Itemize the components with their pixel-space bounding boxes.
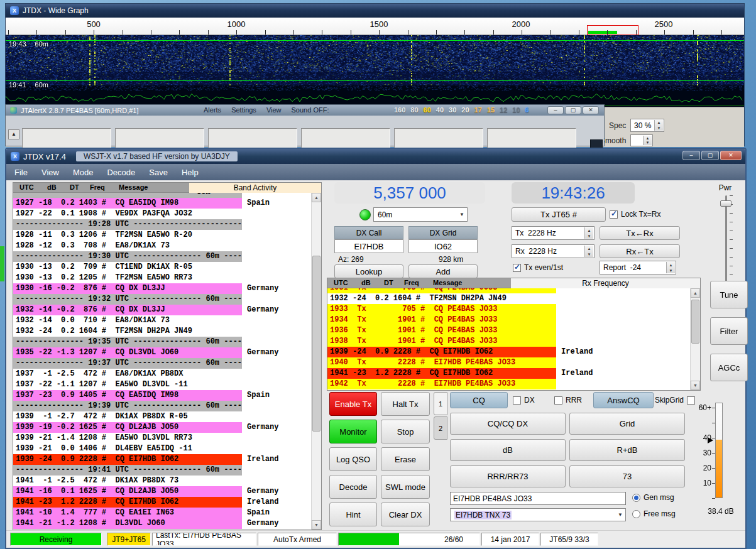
band-indicator-80[interactable]: 80 [410,106,418,114]
checkbox-icon[interactable] [513,396,521,405]
checkbox-icon[interactable] [610,210,618,219]
decode-row[interactable]: 1927 -22 0.1 1908 # VE9DX PA3FQA JO32 [13,209,311,219]
decode-row[interactable]: 1932 -14 0.0 710 # EA8/DK1AX 73 [13,315,311,326]
clear-dx-button[interactable]: Clear DX [381,503,430,526]
decode-row[interactable]: 1932 -24 0.2 1604 # TF2MSN DH2PA JN49 [327,293,690,304]
menu-item-save[interactable]: Save [142,165,175,180]
spinner-arrows-icon[interactable]: ▲▼ [584,246,593,257]
close-button[interactable]: ✕ [720,151,742,160]
band-indicator-15[interactable]: 15 [487,106,495,114]
spinner-arrows-icon[interactable]: ▲▼ [584,227,593,239]
lookup-button[interactable]: Lookup [334,264,403,278]
decode-row[interactable]: 1935 -22 -1.3 1207 # CQ DL3VDL JO60Germa… [13,347,311,358]
decode-row[interactable]: 1937 -23 0.9 1405 # CQ EA5IDQ IM98Spain [13,390,311,401]
decode-row[interactable]: --------------- 19:41 UTC --------------… [13,465,311,476]
rrr-checkbox[interactable]: RRR [554,396,582,405]
band-selector[interactable]: 60m ▼ [373,207,468,222]
close-button[interactable]: ✕ [583,106,599,114]
log-qso-button[interactable]: Log QSO [329,447,377,471]
decode-row[interactable]: --------------- 19:32 UTC --------------… [13,294,311,305]
spinner-arrows-icon[interactable]: ▲▼ [654,120,663,131]
scroll-up-icon[interactable]: ▲ [312,193,321,202]
decode-row[interactable]: 1937 -22 -1.1 1207 # EA5WO DL3VDL -11 [13,379,311,390]
menu-item-help[interactable]: Help [175,165,205,180]
decode-row[interactable]: --------------- 19:37 UTC --------------… [13,358,311,369]
message-tab-2[interactable]: 2 [434,416,447,440]
decode-row[interactable]: --------------- 19:39 UTC --------------… [13,401,311,411]
band-indicator-30[interactable]: 30 [449,106,456,114]
menu-item-decode[interactable]: Decode [100,165,142,180]
scroll-up-icon[interactable]: ▲ [691,288,700,298]
hint-button[interactable]: Hint [329,503,377,526]
band-indicator-17[interactable]: 17 [474,106,482,114]
minimize-button[interactable]: – [682,151,700,160]
band-indicator-60[interactable]: 60 [424,106,431,114]
band-indicator-160[interactable]: 160 [394,106,405,114]
spinner-arrows-icon[interactable]: ▲▼ [643,136,652,145]
monitor-button[interactable]: Monitor [329,420,377,443]
rx-to-tx-button[interactable]: Rx←Tx [600,244,680,258]
decode-row[interactable]: 1936 Tx 1901 # CQ PE4BAS JO33 [327,325,690,336]
dx-call-header[interactable]: DX Call [334,226,403,239]
tx-mode-button[interactable]: Tx JT65 # [512,207,606,222]
decode-row[interactable]: --------------------------------------- … [13,193,311,198]
tx-even-checkbox[interactable]: Tx even/1st [513,263,563,272]
band-indicator-20[interactable]: 20 [461,106,469,114]
menu-item-mode[interactable]: Mode [66,165,101,180]
jtalertx-titlebar[interactable]: JTAlertX 2.8.7 PE4BAS [60m,HRD,#1] Alert… [6,105,604,116]
lock-txrx-checkbox[interactable]: Lock Tx=Rx [610,210,660,219]
maximize-button[interactable]: ▢ [701,151,719,160]
slider-handle[interactable] [720,200,731,207]
spinner-arrows-icon[interactable]: ▲▼ [666,262,675,273]
message-tab-1[interactable]: 1 [434,392,447,415]
waterfall-display[interactable] [6,35,744,85]
decode-row[interactable]: 1933 Tx 705 # CQ PE4BAS JO33 [327,304,690,315]
decode-row[interactable]: 1928 -12 0.3 708 # EA8/DK1AX 73 [13,241,311,251]
pwr-slider[interactable] [716,193,735,287]
decode-row[interactable]: 1928 -11 0.3 1206 # TF2MSN EA5WO R-20 [13,230,311,241]
enable-tx-button[interactable]: Enable Tx [329,392,377,416]
jtalertx-menu-soundoff[interactable]: Sound OFF: [292,106,329,114]
decode-row[interactable]: 1937 -1 -2.5 472 # EA8/DK1AX PB8DX [13,369,311,379]
decode-row[interactable]: 1940 Tx 2228 # EI7HDB PE4BAS JO33 [327,357,690,368]
halt-tx-button[interactable]: Halt Tx [381,392,430,416]
decode-row[interactable]: 1941 -10 1.4 777 # CQ EA1EI IN63Spain [13,508,311,518]
decode-row[interactable]: 1930 -16 -0.2 876 # CQ DX DL3JJGermany [13,283,311,294]
band-indicator-10[interactable]: 10 [512,106,520,114]
jtalertx-menu-settings[interactable]: Settings [231,106,256,114]
dx-call-field[interactable]: EI7HDB [334,239,403,253]
dx-grid-header[interactable]: DX Grid [408,226,478,239]
decode-row[interactable]: 1934 Tx 1901 # CQ PE4BAS JO33 [327,315,690,325]
wide-graph-titlebar[interactable]: X JTDX - Wide Graph [6,4,744,18]
swl-mode-button[interactable]: SWL mode [381,475,430,499]
band-indicator-6[interactable]: 6 [525,106,529,114]
maximize-button[interactable]: ▢ [565,106,581,114]
decode-row[interactable]: 1939 -19 -0.2 1625 # CQ DL2AJB JO50Germa… [13,422,311,433]
gen-msg-radio[interactable] [632,494,640,502]
decode-row[interactable]: 1942 Tx 2228 # EI7HDB PE4BAS JO33 [327,379,690,389]
decode-row[interactable]: 1941 -23 1.2 2228 # CQ EI7HDB IO62Irelan… [13,497,311,508]
add-button[interactable]: Add [408,264,478,278]
dx-grid-field[interactable]: IO62 [408,239,478,253]
frequency-scale[interactable]: 5001000150020002500 [6,18,744,35]
scroll-down-icon[interactable]: ▼ [312,520,321,530]
main-titlebar[interactable]: X JTDX v17.4 WSJT-X v1.7 based HF versio… [6,149,745,164]
stop-button[interactable]: Stop [381,420,430,443]
free-msg-radio[interactable] [632,510,640,518]
db-button[interactable]: dB [450,439,566,461]
checkbox-icon[interactable] [554,396,562,405]
report-spinbox[interactable]: Report -24 ▲▼ [600,261,676,274]
minimize-button[interactable]: – [547,106,564,114]
menu-item-file[interactable]: File [8,165,35,180]
cq-button[interactable]: CQ [450,392,508,408]
decode-row[interactable]: --------------- 19:28 UTC --------------… [13,219,311,230]
free-msg-combo[interactable]: EI7HDB TNX 73 ▼ [450,508,626,521]
rx-frequency-scrollbar[interactable]: ▲ ▼ [690,288,700,390]
decode-row[interactable]: --------------- 19:35 UTC --------------… [13,337,311,347]
agc-button[interactable]: AGCc [710,354,748,381]
menu-item-view[interactable]: View [35,165,66,180]
r-db-button[interactable]: R+dB [569,439,685,461]
decode-row[interactable]: 1939 -21 0.0 1406 # DL4EBV EA5IDQ -11 [13,443,311,454]
rrr-rr73-button[interactable]: RRR/RR73 [450,465,566,487]
decode-button[interactable]: Decode [329,475,377,499]
